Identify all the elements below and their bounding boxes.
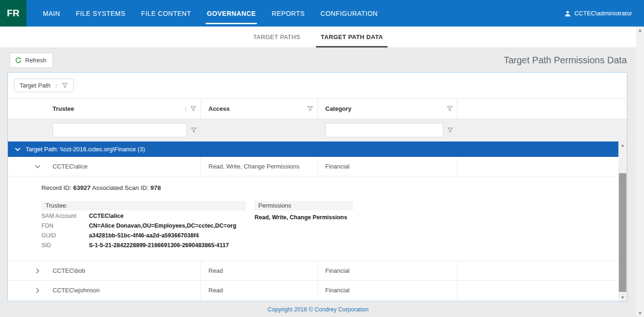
scrollbar-thumb[interactable] <box>619 173 626 292</box>
filter-icon[interactable] <box>447 127 453 133</box>
field-label: FDN <box>41 223 89 229</box>
cell-category: Financial <box>318 261 457 280</box>
filter-cell-spacer <box>27 119 45 141</box>
top-bar: FR MAIN FILE SYSTEMS FILE CONTENT GOVERN… <box>0 0 644 27</box>
window-scrollbar[interactable]: ▲ ▼ <box>636 27 644 317</box>
filter-icon[interactable] <box>191 127 197 133</box>
filter-cell-spacer <box>457 119 627 141</box>
nav-item-label: MAIN <box>43 10 60 17</box>
group-chip-label: Target Path <box>20 82 51 89</box>
filter-icon[interactable] <box>307 106 313 112</box>
header-cell-trustee[interactable]: Trustee ↑ <box>45 99 201 119</box>
field-value: S-1-5-21-2842228899-2166691306-269048386… <box>89 242 229 249</box>
cell-category: Financial <box>318 157 457 176</box>
nav-item-label: REPORTS <box>272 10 305 17</box>
filter-cell-access <box>201 119 318 141</box>
filter-cell-trustee <box>45 119 201 141</box>
cell-trustee: CCTEC\ejohnson <box>45 281 201 300</box>
tab-label: TARGET PATHS <box>253 34 300 40</box>
footer: Copyright 2018 © Condrey Corporation <box>0 302 636 317</box>
filter-icon[interactable] <box>190 106 196 112</box>
field-label: SID <box>41 242 89 249</box>
table-row-bob[interactable]: CCTEC\bob Read Financial <box>8 261 618 281</box>
row-expander[interactable] <box>27 157 45 176</box>
tab-label: TARGET PATH DATA <box>321 34 383 40</box>
grid-scrollbar[interactable]: ▲ ▼ <box>618 142 627 301</box>
detail-field-sid: SID S-1-5-21-2842228899-2166691306-26904… <box>41 240 246 250</box>
field-value: CCTEC\alice <box>89 213 123 219</box>
row-detail-alice: Record ID: 63927 Associated Scan ID: 978… <box>8 176 618 261</box>
nav-item-configuration[interactable]: CONFIGURATION <box>313 0 386 27</box>
scroll-down-icon[interactable]: ▼ <box>636 311 644 316</box>
cell-trustee: CCTEC\bob <box>45 261 201 280</box>
field-label: SAM Account <box>41 213 89 219</box>
detail-field-fdn: FDN CN=Alice Donavan,OU=Employees,DC=cct… <box>41 220 246 230</box>
grid-header-row: Trustee ↑ Access Category <box>8 99 627 119</box>
chevron-down-icon[interactable] <box>15 148 20 151</box>
chevron-right-icon[interactable] <box>34 288 41 293</box>
trustee-detail-block: Trustee: SAM Account CCTEC\alice FDN CN=… <box>41 201 246 250</box>
cell-trustee: CCTEC\alice <box>45 157 201 176</box>
copyright-text: Copyright 2018 © Condrey Corporation <box>268 306 369 313</box>
field-label: GUID <box>41 232 89 239</box>
nav-item-main[interactable]: MAIN <box>35 0 68 27</box>
scroll-down-icon[interactable]: ▼ <box>618 295 627 300</box>
table-row-ejohnson[interactable]: CCTEC\ejohnson Read Financial <box>8 281 618 300</box>
detail-field-guid: GUID a34281bb-51bc-4f46-aa2d-a593667038f… <box>41 230 246 240</box>
header-cell-spacer <box>457 99 627 119</box>
group-by-panel: Target Path ↑ <box>8 73 627 99</box>
refresh-label: Refresh <box>25 57 47 64</box>
header-cell-category[interactable]: Category <box>318 99 457 119</box>
cell-spacer <box>457 157 618 176</box>
header-cell-detail-expand <box>27 99 45 119</box>
cell-spacer <box>457 281 618 300</box>
user-icon <box>564 10 571 17</box>
nav-item-label: CONFIGURATION <box>321 10 378 17</box>
nav-item-file-content[interactable]: FILE CONTENT <box>133 0 199 27</box>
trustee-section-title: Trustee: <box>41 201 246 210</box>
nav-item-file-systems[interactable]: FILE SYSTEMS <box>68 0 133 27</box>
filter-cell-category <box>318 119 457 141</box>
row-expander[interactable] <box>27 281 45 300</box>
detail-field-sam: SAM Account CCTEC\alice <box>41 210 246 220</box>
toolbar: Refresh Target Path Permissions Data <box>0 48 636 72</box>
nav-item-label: FILE CONTENT <box>141 10 191 17</box>
sort-asc-icon[interactable]: ↑ <box>184 105 188 112</box>
sort-asc-icon[interactable]: ↑ <box>55 82 58 89</box>
page-title: Target Path Permissions Data <box>503 55 627 66</box>
scroll-up-icon[interactable]: ▲ <box>618 143 627 148</box>
permissions-section-title: Permissions <box>254 201 353 210</box>
tab-target-paths[interactable]: TARGET PATHS <box>243 27 310 47</box>
group-row-finance[interactable]: Target Path: \\cct-2016.cctec.org\Financ… <box>8 142 618 157</box>
category-filter-input[interactable] <box>325 123 443 137</box>
filter-icon[interactable] <box>447 106 453 112</box>
chevron-right-icon[interactable] <box>34 268 41 274</box>
scan-id-value: 978 <box>150 184 161 191</box>
nav-item-reports[interactable]: REPORTS <box>264 0 313 27</box>
group-chip-target-path[interactable]: Target Path ↑ <box>14 79 74 92</box>
filter-icon[interactable] <box>62 82 68 88</box>
row-expander[interactable] <box>27 261 45 280</box>
nav-item-label: FILE SYSTEMS <box>76 10 125 17</box>
chevron-down-icon[interactable] <box>34 165 41 169</box>
user-menu[interactable]: CCTEC\administrator <box>564 0 644 27</box>
header-cell-access[interactable]: Access <box>201 99 318 119</box>
refresh-button[interactable]: Refresh <box>10 53 53 68</box>
tab-target-path-data[interactable]: TARGET PATH DATA <box>310 27 393 47</box>
grid-rows: Target Path: \\cct-2016.cctec.org\Financ… <box>8 142 618 301</box>
grid-filter-row <box>8 119 627 142</box>
trustee-filter-input[interactable] <box>53 123 187 137</box>
record-id-label: Record ID: <box>41 184 72 191</box>
permissions-value: Read, Write, Change Permissions <box>254 210 353 221</box>
app-logo: FR <box>0 0 27 27</box>
nav-item-governance[interactable]: GOVERNANCE <box>199 0 263 27</box>
table-row-alice[interactable]: CCTEC\alice Read, Write, Change Permissi… <box>8 157 618 176</box>
row-group-indent <box>8 261 27 280</box>
record-id-value: 63927 <box>73 184 91 191</box>
column-title: Trustee <box>53 105 74 112</box>
scroll-up-icon[interactable]: ▲ <box>636 28 644 33</box>
content-area: Refresh Target Path Permissions Data Tar… <box>0 48 636 317</box>
nav-item-label: GOVERNANCE <box>207 10 255 17</box>
row-group-indent <box>8 281 27 300</box>
permissions-grid-panel: Target Path ↑ Trustee ↑ Ac <box>7 72 627 302</box>
